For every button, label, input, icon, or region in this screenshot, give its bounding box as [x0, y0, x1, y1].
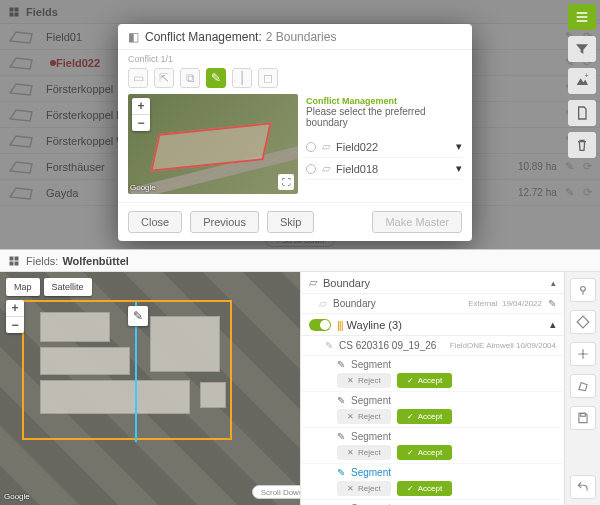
zoom-in-icon[interactable]: +	[6, 300, 24, 317]
radio-icon[interactable]	[306, 164, 316, 174]
upper-screenshot: Fields Field01✎ ⟳Field022✎ ⟳Försterkoppe…	[0, 0, 600, 250]
detail-panel: ▱ Boundary ▴ ▱ Boundary External 19/04/2…	[300, 272, 600, 505]
fullscreen-icon[interactable]: ⛶	[278, 174, 294, 190]
option-name: Field022	[336, 141, 378, 153]
segment-icon: ✎	[337, 395, 345, 406]
wayline-header[interactable]: ||| Wayline (3) ▴	[301, 314, 564, 336]
segment-row: ✎SegmentRejectAccept	[301, 356, 564, 392]
cs-name: CS 620316 09_19_26	[339, 340, 436, 351]
file-button[interactable]	[568, 100, 596, 126]
modal-instruction: Please select the preferred boundary	[306, 106, 462, 128]
field-boundary-overlay	[22, 300, 232, 440]
skip-button[interactable]: Skip	[267, 211, 314, 233]
modal-header: ◧ Conflict Management: 2 Boundaries	[118, 24, 472, 50]
collapse-icon[interactable]: ▴	[551, 278, 556, 288]
reject-button[interactable]: Reject	[337, 373, 391, 388]
zoom-out-icon[interactable]: −	[132, 115, 150, 131]
lower-header: Fields: Wolfenbüttel	[0, 250, 600, 272]
reject-button[interactable]: Reject	[337, 481, 391, 496]
modal-count: 2 Boundaries	[266, 30, 337, 44]
segment-label: Segment	[351, 395, 391, 406]
satellite-map[interactable]: Map Satellite +− ✎ Google Scroll Down	[0, 272, 300, 505]
close-button[interactable]: Close	[128, 211, 182, 233]
tool-cut[interactable]: ⎮	[232, 68, 252, 88]
lower-sidebar	[564, 272, 600, 505]
cs-icon: ✎	[325, 340, 333, 351]
wayline-icon: |||	[337, 319, 343, 331]
breadcrumb-label: Fields:	[26, 255, 58, 267]
svg-point-1	[580, 287, 585, 292]
map-type-satellite[interactable]: Satellite	[44, 278, 92, 296]
segment-row: ✎SegmentRejectAccept	[301, 464, 564, 500]
boundary-shape-icon: ▱	[322, 162, 330, 175]
add-field-button[interactable]: +	[568, 68, 596, 94]
modal-title: Conflict Management:	[145, 30, 262, 44]
tool-clone[interactable]: ⧉	[180, 68, 200, 88]
tool-select[interactable]: ▭	[128, 68, 148, 88]
accept-button[interactable]: Accept	[397, 481, 452, 496]
tool-move[interactable]: ⇱	[154, 68, 174, 88]
segment-label: Segment	[351, 431, 391, 442]
map-type-map[interactable]: Map	[6, 278, 40, 296]
scroll-down-pill[interactable]: Scroll Down	[252, 485, 300, 499]
fields-icon	[8, 255, 20, 267]
google-tag: Google	[4, 492, 30, 501]
edit-handle-icon[interactable]: ✎	[128, 306, 148, 326]
segment-row: ✎SegmentRejectAccept	[301, 392, 564, 428]
boundary-header[interactable]: ▱ Boundary ▴	[301, 272, 564, 294]
collapse-icon[interactable]: ▴	[550, 318, 556, 331]
svg-text:+: +	[585, 73, 589, 79]
tool-shape[interactable]: ◻	[258, 68, 278, 88]
map-zoom[interactable]: +−	[132, 98, 150, 131]
breadcrumb-current: Wolfenbüttel	[62, 255, 128, 267]
wayline-title: Wayline (3)	[347, 319, 402, 331]
svg-point-2	[581, 353, 583, 355]
modal-right-label: Conflict Management	[306, 96, 462, 106]
boundary-shape-icon: ▱	[322, 140, 330, 153]
previous-button[interactable]: Previous	[190, 211, 259, 233]
undo-button[interactable]	[570, 475, 596, 499]
zoom-out-icon[interactable]: −	[6, 317, 24, 333]
zoom-in-icon[interactable]: +	[132, 98, 150, 115]
reject-button[interactable]: Reject	[337, 409, 391, 424]
tool-draw[interactable]: ✎	[206, 68, 226, 88]
radio-icon[interactable]	[306, 142, 316, 152]
chevron-down-icon[interactable]: ▾	[456, 140, 462, 153]
modal-toolbar: ▭ ⇱ ⧉ ✎ ⎮ ◻	[118, 64, 472, 94]
sat-zoom[interactable]: +−	[6, 300, 24, 333]
trash-button[interactable]	[568, 132, 596, 158]
svg-rect-3	[580, 413, 585, 416]
save-button[interactable]	[570, 406, 596, 430]
make-master-button[interactable]: Make Master	[372, 211, 462, 233]
cs-row[interactable]: ✎ CS 620316 09_19_26 FieldONE Aimwell 10…	[301, 336, 564, 356]
menu-button[interactable]	[568, 4, 596, 30]
accept-button[interactable]: Accept	[397, 409, 452, 424]
lower-screenshot: Fields: Wolfenbüttel Map Satellite +− ✎ …	[0, 250, 600, 505]
boundary-option[interactable]: ▱Field018▾	[306, 158, 462, 180]
boundary-subrow[interactable]: ▱ Boundary External 19/04/2022 ✎	[301, 294, 564, 314]
modal-options-panel: Conflict Management Please select the pr…	[306, 94, 462, 194]
upper-sidebar: +	[568, 4, 596, 158]
accept-button[interactable]: Accept	[397, 445, 452, 460]
route-button[interactable]	[570, 310, 596, 334]
segment-label: Segment	[351, 359, 391, 370]
conflict-icon: ◧	[128, 30, 139, 44]
locate-button[interactable]	[570, 278, 596, 302]
modal-map[interactable]: +− ⛶ Google	[128, 94, 298, 194]
boundary-option[interactable]: ▱Field022▾	[306, 136, 462, 158]
filter-button[interactable]	[568, 36, 596, 62]
conflict-modal: ◧ Conflict Management: 2 Boundaries Conf…	[118, 24, 472, 241]
wayline-toggle[interactable]	[309, 319, 331, 331]
boundary-sub-label: Boundary	[333, 298, 376, 309]
segment-label: Segment	[351, 467, 391, 478]
polygon-button[interactable]	[570, 374, 596, 398]
add-nodes-button[interactable]	[570, 342, 596, 366]
option-name: Field018	[336, 163, 378, 175]
reject-button[interactable]: Reject	[337, 445, 391, 460]
segment-row: ✎SegmentRejectAccept	[301, 500, 564, 505]
chevron-down-icon[interactable]: ▾	[456, 162, 462, 175]
accept-button[interactable]: Accept	[397, 373, 452, 388]
modal-subtitle: Conflict 1/1	[118, 50, 472, 64]
segment-row: ✎SegmentRejectAccept	[301, 428, 564, 464]
edit-icon[interactable]: ✎	[548, 298, 556, 309]
